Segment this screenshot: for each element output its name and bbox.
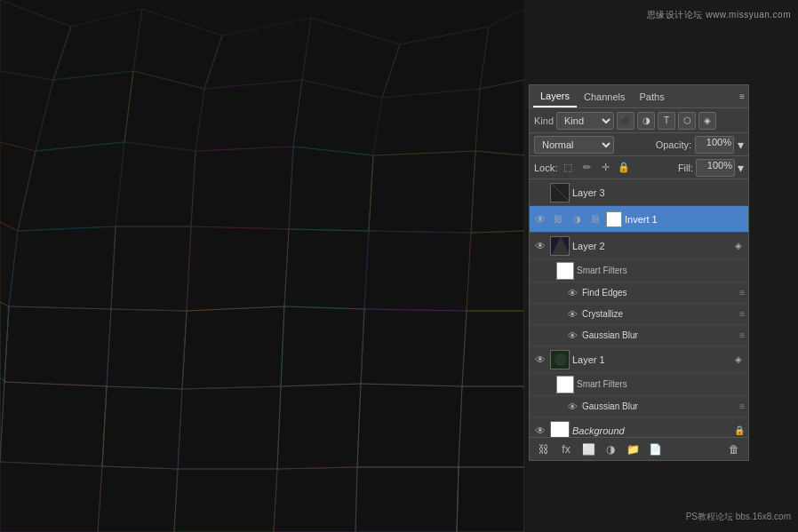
layer-row-layer2[interactable]: 👁 Layer 2 ◈ (530, 233, 748, 259)
kind-row: Kind Kind ⬛ ◑ T ⬡ ◈ (530, 108, 748, 133)
layers-panel: Layers Channels Paths ≡ Kind Kind ⬛ ◑ T … (529, 84, 749, 461)
lock-all-icon[interactable]: 🔒 (616, 160, 632, 176)
tab-channels[interactable]: Channels (577, 85, 632, 107)
layer-row-layer1[interactable]: 👁 Layer 1 ◈ (530, 346, 748, 373)
find-edges-name: Find Edges (582, 288, 737, 298)
lock-transparency-icon[interactable]: ⬚ (560, 160, 576, 176)
smart-filters-header-layer1: Smart Filters (530, 373, 748, 396)
link-layers-button[interactable]: ⛓ (534, 441, 554, 458)
layer2-thumbnail (550, 236, 570, 256)
background-name: Background (572, 425, 731, 436)
background-thumbnail (550, 421, 570, 438)
text-filter-icon[interactable]: T (658, 112, 675, 130)
layers-list: Layer 3 👁 ⛓ ◑ ⛓ Invert 1 👁 Layer 2 ◈ Sma… (530, 179, 748, 437)
lock-row: Lock: ⬚ ✏ ✛ 🔒 Fill: 100% ▾ (530, 156, 748, 179)
visibility-eye-gaussblur-layer2[interactable]: 👁 (565, 329, 579, 343)
smart-filter-thumb-layer2 (556, 262, 574, 280)
kind-dropdown[interactable]: Kind (556, 112, 614, 130)
layer1-name: Layer 1 (572, 354, 730, 365)
visibility-eye-background[interactable]: 👁 (533, 424, 547, 438)
blend-row: Normal Opacity: 100% ▾ (530, 133, 748, 156)
kind-label: Kind (534, 115, 554, 126)
gaussblur-layer2-options-icon[interactable]: ≡ (739, 330, 745, 340)
visibility-eye-gaussblur-layer1[interactable]: 👁 (565, 400, 579, 414)
invert1-effects-icon: ◑ (569, 211, 585, 227)
blend-mode-dropdown[interactable]: Normal (534, 136, 614, 154)
invert1-mask-link: ⛓ (587, 211, 603, 227)
layer3-thumbnail (550, 183, 570, 202)
visibility-eye-layer2[interactable]: 👁 (533, 239, 547, 253)
smart-filter-thumb-layer1 (556, 376, 574, 393)
layer-row-background[interactable]: 👁 Background 🔒 (530, 417, 748, 437)
smart-filters-label-layer2: Smart Filters (577, 266, 745, 275)
watermark-top: 思缘设计论坛 www.missyuan.com (647, 9, 791, 21)
shape-filter-icon[interactable]: ⬡ (678, 112, 696, 130)
add-mask-button[interactable]: ⬜ (579, 441, 598, 458)
lock-pixels-icon[interactable]: ✏ (579, 160, 595, 176)
delete-layer-button[interactable]: 🗑 (724, 441, 744, 458)
invert1-mask (606, 211, 622, 227)
panel-tabs: Layers Channels Paths ≡ (530, 85, 748, 108)
lock-label: Lock: (534, 163, 557, 173)
visibility-eye-invert1[interactable]: 👁 (533, 212, 547, 226)
pixel-filter-icon[interactable]: ⬛ (617, 112, 634, 130)
gaussian-blur-layer2-row[interactable]: 👁 Gaussian Blur ≡ (530, 325, 748, 346)
gaussian-blur-layer1-name: Gaussian Blur (582, 401, 737, 411)
background-lock-icon: 🔒 (734, 425, 745, 435)
crystallize-row[interactable]: 👁 Crystallize ≡ (530, 304, 748, 325)
new-group-button[interactable]: 📁 (623, 441, 642, 458)
canvas-area (0, 0, 524, 532)
panel-bottom: ⛓ fx ⬜ ◑ 📁 📄 🗑 (530, 437, 748, 460)
visibility-eye-find-edges[interactable]: 👁 (565, 286, 579, 300)
layer3-name: Layer 3 (572, 187, 745, 198)
smart-filters-label-layer1: Smart Filters (577, 379, 745, 389)
opacity-value[interactable]: 100% (695, 136, 734, 154)
crystallize-name: Crystallize (582, 309, 737, 319)
add-style-button[interactable]: fx (556, 441, 576, 458)
gaussblur-layer1-options-icon[interactable]: ≡ (739, 401, 745, 411)
visibility-eye-layer1[interactable]: 👁 (533, 353, 547, 367)
invert1-name: Invert 1 (625, 214, 745, 225)
layer2-smart-icon: ◈ (732, 240, 745, 252)
gaussian-blur-layer1-row[interactable]: 👁 Gaussian Blur ≡ (530, 396, 748, 417)
new-layer-button[interactable]: 📄 (645, 441, 665, 458)
svg-rect-0 (0, 0, 524, 532)
new-fill-adjustment-button[interactable]: ◑ (601, 441, 620, 458)
fill-value[interactable]: 100% (696, 159, 735, 177)
opacity-arrow[interactable]: ▾ (738, 138, 744, 152)
layer-row-invert1[interactable]: 👁 ⛓ ◑ ⛓ Invert 1 (530, 206, 748, 233)
watermark-bottom: PS教程论坛 bbs.16x8.com (686, 511, 791, 523)
fill-label: Fill: (678, 163, 693, 173)
find-edges-row[interactable]: 👁 Find Edges ≡ (530, 282, 748, 304)
crystallize-options-icon[interactable]: ≡ (739, 309, 745, 319)
find-edges-options-icon[interactable]: ≡ (739, 288, 745, 298)
smart-filter-icon[interactable]: ◈ (698, 112, 716, 130)
visibility-eye-crystallize[interactable]: 👁 (565, 307, 579, 322)
adjustment-filter-icon[interactable]: ◑ (637, 112, 655, 130)
smart-filters-header-layer2: Smart Filters (530, 259, 748, 282)
svg-point-70 (555, 353, 567, 366)
layer-row-layer3[interactable]: Layer 3 (530, 179, 748, 206)
tab-paths[interactable]: Paths (633, 85, 672, 107)
layer1-thumbnail (550, 350, 570, 369)
opacity-label: Opacity: (656, 139, 691, 150)
layer2-name: Layer 2 (572, 241, 730, 251)
tab-layers[interactable]: Layers (533, 85, 577, 107)
gaussian-blur-layer2-name: Gaussian Blur (582, 330, 737, 340)
panel-menu-button[interactable]: ≡ (739, 91, 745, 101)
fill-arrow[interactable]: ▾ (738, 161, 744, 175)
layer1-smart-icon: ◈ (732, 353, 745, 366)
lock-position-icon[interactable]: ✛ (597, 160, 613, 176)
invert1-link-icon: ⛓ (550, 211, 566, 227)
